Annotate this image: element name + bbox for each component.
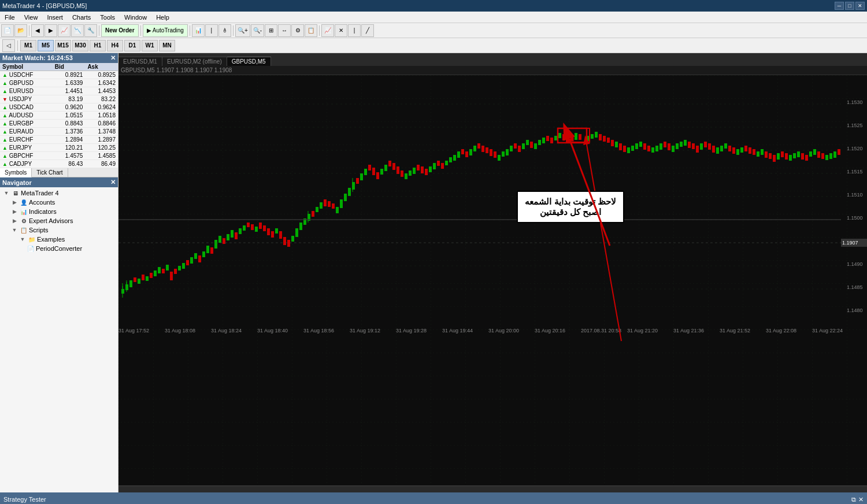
period-separator[interactable]: | [348, 24, 361, 37]
menu-file[interactable]: File [2, 13, 17, 22]
period-M5[interactable]: M5 [38, 40, 54, 51]
market-watch-row[interactable]: ▲ EURJPY 120.21 120.25 [0, 144, 118, 152]
open-button[interactable]: 📂 [14, 24, 27, 37]
svg-rect-24 [170, 272, 173, 280]
indicator-button[interactable]: 📈 [321, 24, 334, 37]
tree-expert-advisors[interactable]: ▶ ⚙ Expert Advisors [9, 216, 117, 225]
autotrading-button[interactable]: ▶ AutoTrading [143, 24, 188, 37]
close-button[interactable]: ✕ [855, 2, 865, 10]
market-watch-row[interactable]: ▼ USDJPY 83.19 83.22 [0, 95, 118, 103]
chart-tab-gbpusd-m5[interactable]: GBPUSD,M5 [227, 57, 271, 66]
zoom-out-button[interactable]: 📉 [71, 24, 84, 37]
svg-rect-142 [651, 147, 654, 153]
chart-tab-eurusd-m2[interactable]: EURUSD,M2 (offline) [162, 57, 227, 66]
zoom-in-button[interactable]: 📈 [58, 24, 71, 37]
market-watch-row[interactable]: ▲ EURCHF 1.2894 1.2897 [0, 136, 118, 144]
market-watch-row[interactable]: ▲ USDCHF 0.8921 0.8925 [0, 71, 118, 79]
remove-indicator[interactable]: ✕ [335, 24, 347, 37]
zoom-minus[interactable]: 🔍- [251, 24, 264, 37]
tree-examples[interactable]: ▼ 📁 Examples [17, 235, 117, 244]
period-M30[interactable]: M30 [72, 40, 88, 51]
chart-type-candle[interactable]: 🕯 [218, 24, 231, 37]
new-order-button[interactable]: New Order [101, 24, 139, 37]
svg-rect-99 [473, 146, 476, 151]
period-MN[interactable]: MN [159, 40, 175, 51]
period-M1[interactable]: M1 [20, 40, 36, 51]
market-watch-row[interactable]: ▲ GBPUSD 1.6339 1.6342 [0, 79, 118, 87]
market-watch-row[interactable]: ▲ CADJPY 86.43 86.49 [0, 160, 118, 168]
tree-accounts[interactable]: ▶ 👤 Accounts [9, 198, 117, 207]
svg-text:31 Aug 19:12: 31 Aug 19:12 [350, 328, 380, 333]
scroll-button[interactable]: ↔ [278, 24, 291, 37]
template-button[interactable]: 📋 [305, 24, 317, 37]
svg-rect-135 [623, 146, 626, 152]
st-close-icon[interactable]: ✕ [858, 496, 864, 503]
period-D1[interactable]: D1 [124, 40, 140, 51]
menu-charts[interactable]: Charts [70, 13, 93, 22]
tree-accounts-item: ▶ 👤 Accounts [9, 198, 117, 207]
restore-button[interactable]: □ [845, 2, 854, 10]
svg-rect-74 [372, 168, 375, 175]
svg-text:1.1485: 1.1485 [847, 284, 863, 290]
svg-text:31 Aug 21:20: 31 Aug 21:20 [627, 328, 658, 333]
svg-text:1.1490: 1.1490 [847, 261, 863, 267]
svg-rect-143 [655, 146, 658, 151]
ask-cell: 1.2897 [85, 136, 118, 144]
chart-canvas[interactable]: 31 Aug 17:52 31 Aug 18:08 31 Aug 18:24 3… [118, 75, 867, 486]
svg-text:31 Aug 20:16: 31 Aug 20:16 [535, 328, 565, 333]
ask-cell: 1.0518 [85, 112, 118, 120]
tree-scripts[interactable]: ▼ 📋 Scripts [9, 225, 117, 235]
period-M15[interactable]: M15 [55, 40, 71, 51]
properties-button[interactable]: 🔧 [84, 24, 97, 37]
svg-rect-27 [182, 263, 185, 269]
svg-rect-62 [324, 199, 327, 206]
menu-insert[interactable]: Insert [45, 13, 65, 22]
back-button[interactable]: ◀ [31, 24, 44, 37]
period-H4[interactable]: H4 [107, 40, 123, 51]
svg-rect-159 [720, 146, 723, 151]
tab-symbols[interactable]: Symbols [0, 168, 32, 177]
market-watch-row[interactable]: ▲ GBPCHF 1.4575 1.4585 [0, 152, 118, 160]
svg-rect-29 [190, 257, 193, 264]
chart-type-line[interactable]: 📊 [192, 24, 205, 37]
chart-tab-eurusd-m1[interactable]: EURUSD,M1 [118, 57, 162, 66]
examples-expand-icon: ▼ [18, 235, 27, 243]
chart-type-bar[interactable]: | [205, 24, 218, 37]
market-watch-close[interactable]: ✕ [110, 54, 116, 62]
ea-icon: ⚙ [20, 217, 28, 225]
minimize-button[interactable]: ─ [835, 2, 844, 10]
svg-rect-118 [550, 138, 553, 143]
menu-window[interactable]: Window [122, 13, 149, 22]
period-W1[interactable]: W1 [142, 40, 158, 51]
menu-tools[interactable]: Tools [98, 13, 117, 22]
tree-period-converter[interactable]: 📄 PeriodConverter [25, 244, 117, 253]
svg-rect-38 [227, 234, 229, 240]
tab-tick-chart[interactable]: Tick Chart [32, 168, 68, 177]
svg-rect-44 [251, 224, 254, 230]
grid-button[interactable]: ⊞ [265, 24, 277, 37]
bid-cell: 1.2894 [53, 136, 86, 144]
zoom-plus[interactable]: 🔍+ [235, 24, 250, 37]
period-H1[interactable]: H1 [90, 40, 106, 51]
tree-indicators[interactable]: ▶ 📊 Indicators [9, 207, 117, 216]
svg-rect-175 [785, 153, 788, 160]
arrow-left-btn[interactable]: ◁ [2, 39, 15, 52]
trendline-button[interactable]: ╱ [361, 24, 374, 37]
chart-scrollbar[interactable] [118, 486, 867, 492]
svg-text:31 Aug 18:24: 31 Aug 18:24 [211, 328, 242, 333]
navigator-close[interactable]: ✕ [110, 179, 116, 186]
new-chart-button[interactable]: 📄 [1, 24, 14, 37]
bid-cell: 0.9620 [53, 103, 86, 112]
forward-button[interactable]: ▶ [45, 24, 57, 37]
menu-view[interactable]: View [22, 13, 40, 22]
market-watch-row[interactable]: ▲ USDCAD 0.9620 0.9624 [0, 103, 118, 112]
st-detach-icon[interactable]: ⧉ [851, 496, 856, 503]
market-watch-row[interactable]: ▲ AUDUSD 1.0515 1.0518 [0, 112, 118, 120]
menu-help[interactable]: Help [154, 13, 172, 22]
market-watch-row[interactable]: ▲ EURAUD 1.3736 1.3748 [0, 128, 118, 136]
tree-root[interactable]: ▼ 🖥 MetaTrader 4 [1, 188, 117, 198]
market-watch-row[interactable]: ▲ EURUSD 1.4451 1.4453 [0, 87, 118, 95]
market-watch-row[interactable]: ▲ EURGBP 0.8843 0.8846 [0, 120, 118, 128]
attach-ea-button[interactable]: ⚙ [291, 24, 304, 37]
symbol-cell: ▲ GBPUSD [0, 79, 53, 87]
